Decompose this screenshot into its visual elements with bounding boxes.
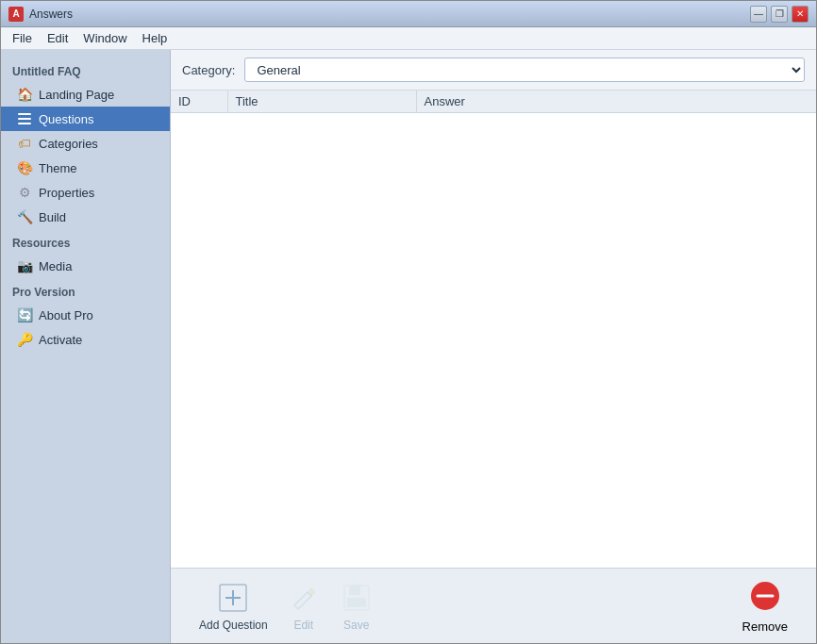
remove-icon: [748, 579, 782, 616]
sidebar: Untitled FAQ 🏠 Landing Page Questions 🏷 …: [1, 50, 171, 643]
sidebar-item-activate[interactable]: 🔑 Activate: [1, 327, 170, 352]
table-container: ID Title Answer: [171, 91, 816, 568]
sidebar-label-landing-page: Landing Page: [39, 88, 114, 102]
sidebar-item-questions[interactable]: Questions: [1, 107, 170, 131]
sidebar-label-media: Media: [39, 259, 72, 273]
add-question-label: Add Question: [199, 619, 268, 632]
sidebar-label-questions: Questions: [39, 112, 94, 126]
col-id-header: ID: [171, 91, 227, 113]
menu-help[interactable]: Help: [135, 29, 175, 47]
window-title: Answers: [29, 8, 750, 21]
svg-rect-1: [18, 118, 31, 120]
sidebar-item-categories[interactable]: 🏷 Categories: [1, 131, 170, 156]
theme-icon: 🎨: [16, 159, 33, 176]
remove-button[interactable]: Remove: [733, 573, 797, 639]
content-header: Category: General: [171, 50, 816, 91]
col-answer-header: Answer: [416, 91, 816, 113]
titlebar: A Answers — ❐ ✕: [1, 1, 816, 27]
category-label: Category:: [182, 63, 235, 77]
house-icon: 🏠: [16, 86, 33, 103]
questions-table: ID Title Answer: [171, 91, 816, 113]
col-title-header: Title: [227, 91, 416, 113]
table-header: ID Title Answer: [171, 91, 816, 113]
about-pro-icon: 🔄: [16, 306, 33, 323]
faq-section-label: Untitled FAQ: [1, 58, 170, 82]
resources-section-label: Resources: [1, 229, 170, 254]
sidebar-item-build[interactable]: 🔨 Build: [1, 205, 170, 229]
sidebar-item-theme[interactable]: 🎨 Theme: [1, 156, 170, 180]
window-controls: — ❐ ✕: [750, 6, 809, 23]
minimize-button[interactable]: —: [750, 6, 767, 23]
menubar: File Edit Window Help: [1, 27, 816, 50]
pro-section-label: Pro Version: [1, 278, 170, 303]
sidebar-label-categories: Categories: [39, 137, 98, 151]
menu-file[interactable]: File: [5, 29, 40, 47]
remove-label: Remove: [742, 619, 788, 634]
add-question-icon: [216, 581, 250, 615]
activate-icon: 🔑: [16, 331, 33, 348]
edit-icon: [287, 581, 321, 615]
build-icon: 🔨: [16, 208, 33, 225]
menu-edit[interactable]: Edit: [40, 29, 75, 47]
sidebar-label-properties: Properties: [39, 186, 94, 200]
svg-rect-7: [349, 586, 360, 595]
app-icon: A: [8, 7, 24, 22]
svg-rect-2: [18, 123, 31, 124]
properties-icon: ⚙: [16, 184, 33, 201]
bottom-toolbar: Add Question Edit: [171, 568, 816, 643]
main-window: A Answers — ❐ ✕ File Edit Window Help Un…: [0, 0, 817, 644]
menu-window[interactable]: Window: [75, 29, 134, 47]
main-layout: Untitled FAQ 🏠 Landing Page Questions 🏷 …: [1, 50, 816, 643]
sidebar-item-properties[interactable]: ⚙ Properties: [1, 180, 170, 205]
category-select[interactable]: General: [244, 58, 805, 82]
svg-rect-8: [347, 598, 366, 607]
sidebar-label-theme: Theme: [39, 161, 76, 175]
close-button[interactable]: ✕: [792, 6, 809, 23]
save-icon: [340, 581, 374, 615]
questions-icon: [16, 110, 33, 127]
svg-rect-0: [18, 113, 31, 115]
sidebar-item-media[interactable]: 📷 Media: [1, 254, 170, 278]
edit-button[interactable]: Edit: [277, 575, 330, 637]
sidebar-label-build: Build: [39, 210, 66, 224]
add-question-button[interactable]: Add Question: [190, 575, 277, 637]
edit-label: Edit: [293, 619, 313, 632]
content-area: Category: General ID Title Answer: [171, 50, 816, 643]
save-button[interactable]: Save: [330, 575, 383, 637]
sidebar-item-about-pro[interactable]: 🔄 About Pro: [1, 303, 170, 327]
restore-button[interactable]: ❐: [771, 6, 788, 23]
media-icon: 📷: [16, 257, 33, 274]
sidebar-label-about-pro: About Pro: [39, 308, 93, 322]
sidebar-label-activate: Activate: [39, 333, 82, 347]
save-label: Save: [343, 619, 369, 632]
sidebar-item-landing-page[interactable]: 🏠 Landing Page: [1, 82, 170, 107]
categories-icon: 🏷: [16, 135, 33, 152]
